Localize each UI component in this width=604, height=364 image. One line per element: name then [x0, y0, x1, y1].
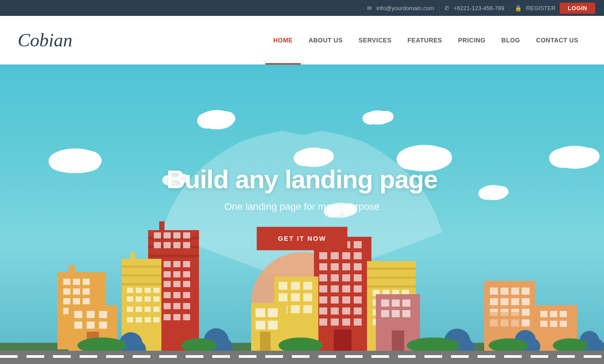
svg-rect-154	[319, 307, 327, 315]
svg-rect-141	[354, 263, 362, 270]
svg-rect-159	[331, 318, 339, 326]
svg-rect-229	[540, 321, 547, 327]
cloud-7	[478, 185, 508, 200]
svg-rect-106	[145, 288, 151, 293]
hero-title: Build any landing page	[167, 164, 438, 194]
svg-rect-137	[354, 252, 362, 259]
svg-rect-51	[73, 279, 80, 285]
svg-rect-209	[501, 288, 508, 295]
svg-rect-140	[342, 263, 350, 270]
svg-rect-101	[122, 265, 161, 268]
svg-rect-213	[501, 298, 508, 305]
svg-rect-276	[451, 355, 469, 358]
svg-rect-56	[63, 298, 70, 304]
separator-2: |	[508, 5, 510, 11]
logo[interactable]: Cobian	[18, 30, 73, 51]
login-button[interactable]: LOGIN	[560, 3, 595, 14]
svg-rect-143	[331, 274, 339, 281]
svg-rect-182	[367, 285, 416, 288]
svg-point-257	[553, 338, 588, 353]
svg-point-37	[575, 148, 600, 165]
svg-rect-269	[265, 355, 283, 358]
svg-rect-138	[319, 263, 327, 270]
svg-rect-148	[342, 285, 350, 292]
svg-rect-223	[522, 319, 530, 326]
svg-rect-177	[268, 321, 278, 330]
svg-rect-273	[371, 355, 389, 358]
svg-rect-160	[342, 318, 350, 326]
svg-rect-102	[122, 274, 161, 277]
hero-section: Build any landing page One landing page …	[0, 64, 604, 364]
svg-rect-270	[292, 355, 310, 358]
svg-rect-151	[331, 296, 339, 303]
svg-rect-268	[239, 355, 256, 358]
nav-home[interactable]: HOME	[265, 16, 301, 64]
svg-point-31	[378, 111, 394, 122]
svg-rect-156	[342, 307, 350, 315]
svg-rect-262	[80, 355, 97, 358]
svg-point-22	[51, 157, 99, 173]
svg-rect-279	[531, 355, 548, 358]
nav-features[interactable]: FEATURES	[400, 16, 450, 64]
svg-rect-181	[367, 277, 416, 279]
svg-rect-114	[145, 307, 151, 312]
svg-rect-180	[367, 268, 416, 270]
svg-rect-275	[424, 355, 442, 358]
svg-rect-280	[557, 355, 575, 358]
top-bar: ✉ info@yourdomain.com | ✆ +6221-123-456-…	[0, 0, 604, 16]
svg-rect-58	[83, 298, 90, 304]
svg-rect-117	[136, 317, 142, 322]
svg-rect-124	[74, 322, 82, 329]
svg-rect-208	[490, 288, 498, 295]
svg-rect-231	[560, 321, 567, 327]
svg-rect-94	[183, 303, 190, 309]
svg-rect-168	[291, 293, 300, 301]
nav-about[interactable]: ABOUT US	[301, 16, 351, 64]
svg-rect-201	[392, 300, 400, 307]
svg-rect-149	[354, 285, 362, 292]
svg-rect-264	[133, 355, 150, 358]
svg-rect-227	[550, 311, 557, 317]
svg-rect-172	[303, 305, 312, 313]
svg-rect-228	[560, 311, 567, 317]
svg-rect-97	[173, 314, 180, 320]
svg-point-30	[363, 112, 378, 125]
svg-rect-265	[159, 355, 177, 358]
separator-1: |	[439, 5, 440, 11]
svg-rect-112	[127, 307, 133, 312]
svg-rect-113	[136, 307, 142, 312]
svg-rect-167	[279, 293, 287, 301]
svg-rect-53	[63, 288, 70, 295]
svg-rect-85	[173, 281, 180, 287]
nav-contact[interactable]: CONTACT US	[528, 16, 586, 64]
svg-rect-108	[127, 296, 133, 302]
svg-rect-178	[260, 332, 271, 351]
svg-rect-111	[153, 296, 160, 302]
svg-point-256	[489, 338, 528, 353]
svg-rect-152	[342, 296, 350, 303]
svg-rect-118	[145, 317, 151, 322]
nav-pricing[interactable]: PRICING	[450, 16, 493, 64]
svg-rect-175	[268, 308, 278, 317]
svg-point-28	[314, 149, 334, 164]
cta-button[interactable]: GET IT NOW	[256, 227, 347, 250]
svg-point-24	[197, 113, 217, 129]
svg-rect-55	[83, 288, 90, 295]
svg-rect-146	[319, 285, 327, 292]
svg-rect-205	[402, 310, 410, 317]
svg-rect-77	[173, 261, 180, 267]
svg-rect-144	[342, 274, 350, 281]
svg-rect-89	[173, 292, 180, 298]
svg-point-36	[549, 148, 576, 168]
svg-rect-116	[127, 317, 133, 322]
svg-rect-100	[130, 252, 135, 260]
svg-rect-203	[381, 310, 389, 317]
nav-services[interactable]: SERVICES	[351, 16, 400, 64]
svg-rect-202	[402, 300, 410, 307]
svg-rect-215	[522, 298, 530, 305]
register-link[interactable]: REGISTER	[526, 5, 555, 11]
nav-blog[interactable]: BLOG	[493, 16, 528, 64]
svg-rect-123	[99, 311, 107, 318]
svg-rect-212	[490, 298, 498, 305]
svg-rect-86	[183, 281, 190, 287]
